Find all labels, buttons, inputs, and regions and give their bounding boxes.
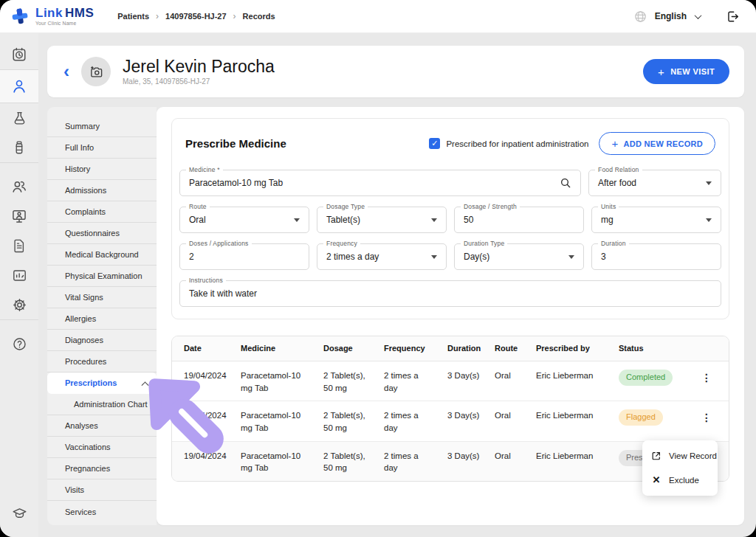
sidebar-item-administration-chart[interactable]: Administration Chart [47, 394, 157, 415]
breadcrumb-patient-id[interactable]: 14097856-HJ-27 [165, 12, 227, 21]
sidebar-item-admissions[interactable]: Admissions [47, 180, 157, 201]
column-header-frequency: Frequency [384, 336, 447, 361]
chevron-down-icon[interactable] [695, 12, 702, 19]
menu-item-exclude[interactable]: ✕ Exclude [642, 468, 718, 492]
rail-patients-button[interactable] [0, 70, 38, 103]
cell-frequency: 2 times a day [384, 361, 447, 401]
inpatient-checkbox[interactable]: ✓ [429, 138, 440, 149]
sidebar-item-pregnancies[interactable]: Pregnancies [47, 458, 157, 479]
app-logo[interactable]: LinkHMS Your Clinic Name [10, 7, 94, 26]
sidebar-item-label: Services [65, 507, 96, 516]
top-bar: LinkHMS Your Clinic Name Patients › 1409… [0, 0, 756, 33]
instructions-value: Take it with water [189, 288, 257, 299]
food-relation-select[interactable]: Food Relation After food [588, 170, 721, 196]
cell-frequency: 2 times a day [384, 442, 447, 481]
dosage-strength-value: 50 [464, 215, 473, 225]
logout-button[interactable] [726, 10, 740, 24]
menu-item-label: View Record [669, 451, 717, 460]
cell-status: Flagged [619, 401, 690, 432]
row-menu-button[interactable]: ⋮ [696, 407, 717, 428]
units-select[interactable]: Units mg [591, 207, 721, 233]
sidebar-item-diagnoses[interactable]: Diagnoses [47, 330, 157, 351]
breadcrumb-records: Records [243, 12, 275, 21]
cell-medicine: Paracetamol-10 mg Tab [241, 442, 323, 481]
rail-pharmacy-button[interactable] [0, 133, 38, 162]
food-relation-value: After food [598, 178, 636, 188]
rail-lab-button[interactable] [0, 103, 38, 133]
rail-education-button[interactable] [0, 499, 38, 528]
breadcrumb-patients[interactable]: Patients [117, 12, 149, 21]
route-label: Route [186, 203, 210, 210]
search-icon[interactable] [560, 177, 571, 189]
sidebar-item-label: Complaints [65, 207, 106, 216]
frequency-value: 2 times a day [326, 252, 379, 262]
dosage-strength-input[interactable]: Dosage / Strength 50 [454, 207, 584, 233]
chevron-up-icon [142, 381, 149, 389]
language-selector-label[interactable]: English [655, 11, 687, 21]
sidebar-item-medical-background[interactable]: Medical Background [47, 244, 157, 266]
sidebar-item-vital-signs[interactable]: Vital Signs [47, 287, 157, 308]
sidebar-item-allergies[interactable]: Allergies [47, 308, 157, 330]
rail-help-button[interactable] [0, 329, 38, 358]
sidebar-item-label: Vital Signs [65, 293, 103, 302]
rail-settings-button[interactable] [0, 290, 38, 319]
frequency-select[interactable]: Frequency 2 times a day [317, 243, 447, 270]
rail-documents-button[interactable] [0, 231, 38, 260]
row-menu-button[interactable]: ⋮ [696, 367, 717, 388]
cell-medicine: Paracetamol-10 mg Tab [241, 361, 323, 401]
instructions-input[interactable]: Instructions Take it with water [179, 280, 721, 307]
sidebar-item-services[interactable]: Services [47, 501, 157, 522]
patient-avatar[interactable] [81, 57, 111, 86]
doses-applications-input[interactable]: Doses / Applications 2 [179, 243, 309, 270]
duration-type-select[interactable]: Duration Type Day(s) [454, 243, 584, 270]
sidebar-item-label: History [65, 164, 90, 173]
sidebar-item-summary[interactable]: Summary [47, 116, 157, 137]
new-visit-button[interactable]: + NEW VISIT [643, 59, 729, 84]
sidebar-item-label: Allergies [65, 314, 96, 323]
sidebar-item-visits[interactable]: Visits [47, 479, 157, 501]
sidebar-item-full-info[interactable]: Full Info [47, 137, 157, 159]
cell-date: 19/04/2024 [184, 361, 241, 389]
lab-flask-icon [12, 111, 27, 126]
sidebar-item-prescriptions[interactable]: Prescriptions [47, 373, 157, 394]
back-button[interactable]: ‹ [63, 63, 69, 80]
medicine-field[interactable]: Medicine * Paracetamol-10 mg Tab [179, 170, 581, 196]
caret-down-icon [431, 218, 437, 222]
sidebar-item-analyses[interactable]: Analyses [47, 415, 157, 437]
duration-input[interactable]: Duration 3 [591, 243, 721, 270]
rail-telehealth-button[interactable] [0, 201, 38, 231]
sidebar-item-questionnaires[interactable]: Questionnaires [47, 223, 157, 244]
rail-staff-button[interactable] [0, 172, 38, 201]
display-chart-icon [12, 268, 27, 283]
sidebar-item-complaints[interactable]: Complaints [47, 201, 157, 223]
cell-prescribed-by: Eric Lieberman [536, 401, 619, 429]
cell-prescribed-by: Eric Lieberman [536, 361, 619, 389]
sidebar-item-label: Summary [65, 122, 100, 131]
sidebar-item-label: Diagnoses [65, 336, 103, 344]
sidebar-item-physical-examination[interactable]: Physical Examination [47, 266, 157, 287]
medicine-field-value: Paracetamol-10 mg Tab [189, 178, 283, 188]
sidebar-item-label: Medical Background [65, 250, 139, 259]
cell-status: Completed [619, 361, 690, 392]
route-select[interactable]: Route Oral [179, 207, 309, 233]
add-new-record-button[interactable]: + ADD NEW RECORD [599, 132, 715, 155]
sidebar-item-label: Admissions [65, 186, 106, 195]
sidebar-item-vaccinations[interactable]: Vaccinations [47, 437, 157, 458]
sidebar-item-label: Prescriptions [65, 378, 117, 387]
patient-name: Jerel Kevin Parocha [123, 58, 275, 76]
rail-dashboard-button[interactable] [0, 260, 38, 290]
sidebar-item-label: Analyses [65, 421, 98, 430]
duration-type-label: Duration Type [461, 240, 507, 247]
table-header-row: DateMedicineDosageFrequencyDurationRoute… [172, 336, 729, 361]
sidebar-item-label: Vaccinations [65, 443, 111, 451]
sidebar-item-history[interactable]: History [47, 159, 157, 180]
people-group-icon [11, 179, 27, 195]
rail-schedule-button[interactable] [0, 40, 38, 69]
breadcrumb-separator-icon: › [233, 11, 236, 21]
dosage-type-select[interactable]: Dosage Type Tablet(s) [317, 207, 447, 233]
logo-text: LinkHMS Your Clinic Name [35, 7, 94, 26]
sidebar-item-procedures[interactable]: Procedures [47, 351, 157, 373]
cell-prescribed-by: Eric Lieberman [536, 442, 619, 469]
menu-item-view-record[interactable]: View Record [642, 444, 718, 468]
table-row: 19/04/2024Paracetamol-10 mg Tab2 Tablet(… [172, 401, 729, 441]
